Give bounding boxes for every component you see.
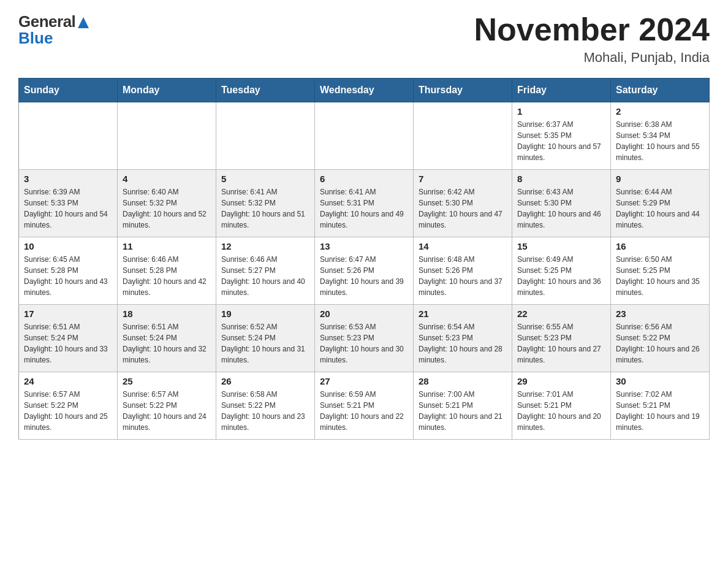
day-number: 26 xyxy=(221,376,309,386)
day-number: 15 xyxy=(517,241,605,251)
day-number: 16 xyxy=(616,241,704,251)
calendar: Sunday Monday Tuesday Wednesday Thursday… xyxy=(18,78,710,440)
calendar-cell: 6Sunrise: 6:41 AMSunset: 5:31 PMDaylight… xyxy=(315,170,414,237)
day-info: Sunrise: 6:47 AMSunset: 5:26 PMDaylight:… xyxy=(320,254,408,298)
day-number: 1 xyxy=(517,106,605,117)
day-number: 29 xyxy=(517,376,605,386)
day-number: 27 xyxy=(320,376,408,386)
day-number: 10 xyxy=(24,241,112,251)
day-number: 12 xyxy=(221,241,309,251)
calendar-cell: 18Sunrise: 6:51 AMSunset: 5:24 PMDayligh… xyxy=(118,305,216,372)
day-number: 9 xyxy=(616,174,704,184)
calendar-cell: 9Sunrise: 6:44 AMSunset: 5:29 PMDaylight… xyxy=(611,170,710,237)
day-info: Sunrise: 6:51 AMSunset: 5:24 PMDaylight:… xyxy=(123,321,211,366)
day-info: Sunrise: 6:46 AMSunset: 5:27 PMDaylight:… xyxy=(221,254,309,298)
day-info: Sunrise: 6:54 AMSunset: 5:23 PMDaylight:… xyxy=(419,321,507,366)
day-number: 30 xyxy=(616,376,704,386)
day-info: Sunrise: 6:39 AMSunset: 5:33 PMDaylight:… xyxy=(24,186,112,231)
calendar-cell: 24Sunrise: 6:57 AMSunset: 5:22 PMDayligh… xyxy=(19,372,118,440)
day-info: Sunrise: 7:00 AMSunset: 5:21 PMDaylight:… xyxy=(419,389,507,433)
calendar-cell: 11Sunrise: 6:46 AMSunset: 5:28 PMDayligh… xyxy=(118,237,216,305)
day-info: Sunrise: 6:57 AMSunset: 5:22 PMDaylight:… xyxy=(123,389,211,433)
col-tuesday: Tuesday xyxy=(216,79,315,102)
calendar-cell: 22Sunrise: 6:55 AMSunset: 5:23 PMDayligh… xyxy=(512,305,611,372)
day-info: Sunrise: 6:50 AMSunset: 5:25 PMDaylight:… xyxy=(616,254,704,298)
day-info: Sunrise: 6:43 AMSunset: 5:30 PMDaylight:… xyxy=(517,186,605,231)
calendar-cell: 4Sunrise: 6:40 AMSunset: 5:32 PMDaylight… xyxy=(118,170,216,237)
day-number: 21 xyxy=(419,308,507,319)
calendar-cell xyxy=(216,102,315,170)
day-info: Sunrise: 6:41 AMSunset: 5:31 PMDaylight:… xyxy=(320,186,408,231)
calendar-week-row: 17Sunrise: 6:51 AMSunset: 5:24 PMDayligh… xyxy=(19,305,710,372)
col-thursday: Thursday xyxy=(414,79,512,102)
day-info: Sunrise: 6:45 AMSunset: 5:28 PMDaylight:… xyxy=(24,254,112,298)
calendar-week-row: 24Sunrise: 6:57 AMSunset: 5:22 PMDayligh… xyxy=(19,372,710,440)
day-info: Sunrise: 6:57 AMSunset: 5:22 PMDaylight:… xyxy=(24,389,112,433)
calendar-cell: 17Sunrise: 6:51 AMSunset: 5:24 PMDayligh… xyxy=(19,305,118,372)
calendar-cell: 12Sunrise: 6:46 AMSunset: 5:27 PMDayligh… xyxy=(216,237,315,305)
calendar-cell: 10Sunrise: 6:45 AMSunset: 5:28 PMDayligh… xyxy=(19,237,118,305)
day-info: Sunrise: 7:01 AMSunset: 5:21 PMDaylight:… xyxy=(517,389,605,433)
calendar-cell: 8Sunrise: 6:43 AMSunset: 5:30 PMDaylight… xyxy=(512,170,611,237)
calendar-cell: 7Sunrise: 6:42 AMSunset: 5:30 PMDaylight… xyxy=(414,170,512,237)
month-title: November 2024 xyxy=(474,12,710,47)
day-info: Sunrise: 7:02 AMSunset: 5:21 PMDaylight:… xyxy=(616,389,704,433)
calendar-cell: 16Sunrise: 6:50 AMSunset: 5:25 PMDayligh… xyxy=(611,237,710,305)
day-info: Sunrise: 6:56 AMSunset: 5:22 PMDaylight:… xyxy=(616,321,704,366)
location: Mohali, Punjab, India xyxy=(474,50,710,66)
calendar-week-row: 3Sunrise: 6:39 AMSunset: 5:33 PMDaylight… xyxy=(19,170,710,237)
svg-marker-0 xyxy=(78,17,89,28)
calendar-header-row: Sunday Monday Tuesday Wednesday Thursday… xyxy=(19,79,710,102)
day-number: 8 xyxy=(517,174,605,184)
day-number: 24 xyxy=(24,376,112,386)
day-number: 13 xyxy=(320,241,408,251)
col-monday: Monday xyxy=(118,79,216,102)
logo-blue: Blue xyxy=(18,29,53,48)
calendar-week-row: 10Sunrise: 6:45 AMSunset: 5:28 PMDayligh… xyxy=(19,237,710,305)
col-friday: Friday xyxy=(512,79,611,102)
day-number: 3 xyxy=(24,174,112,184)
day-info: Sunrise: 6:59 AMSunset: 5:21 PMDaylight:… xyxy=(320,389,408,433)
calendar-cell: 15Sunrise: 6:49 AMSunset: 5:25 PMDayligh… xyxy=(512,237,611,305)
calendar-cell: 1Sunrise: 6:37 AMSunset: 5:35 PMDaylight… xyxy=(512,102,611,170)
day-number: 5 xyxy=(221,174,309,184)
calendar-cell: 27Sunrise: 6:59 AMSunset: 5:21 PMDayligh… xyxy=(315,372,414,440)
day-number: 22 xyxy=(517,308,605,319)
day-number: 6 xyxy=(320,174,408,184)
calendar-cell: 21Sunrise: 6:54 AMSunset: 5:23 PMDayligh… xyxy=(414,305,512,372)
calendar-cell: 26Sunrise: 6:58 AMSunset: 5:22 PMDayligh… xyxy=(216,372,315,440)
day-info: Sunrise: 6:49 AMSunset: 5:25 PMDaylight:… xyxy=(517,254,605,298)
calendar-week-row: 1Sunrise: 6:37 AMSunset: 5:35 PMDaylight… xyxy=(19,102,710,170)
page-header: General Blue November 2024 Mohali, Punja… xyxy=(18,12,710,66)
calendar-cell: 28Sunrise: 7:00 AMSunset: 5:21 PMDayligh… xyxy=(414,372,512,440)
day-number: 23 xyxy=(616,308,704,319)
day-info: Sunrise: 6:46 AMSunset: 5:28 PMDaylight:… xyxy=(123,254,211,298)
day-number: 7 xyxy=(419,174,507,184)
day-info: Sunrise: 6:55 AMSunset: 5:23 PMDaylight:… xyxy=(517,321,605,366)
calendar-cell: 3Sunrise: 6:39 AMSunset: 5:33 PMDaylight… xyxy=(19,170,118,237)
calendar-cell: 23Sunrise: 6:56 AMSunset: 5:22 PMDayligh… xyxy=(611,305,710,372)
day-number: 28 xyxy=(419,376,507,386)
day-info: Sunrise: 6:38 AMSunset: 5:34 PMDaylight:… xyxy=(616,119,704,163)
calendar-cell: 14Sunrise: 6:48 AMSunset: 5:26 PMDayligh… xyxy=(414,237,512,305)
calendar-cell xyxy=(19,102,118,170)
calendar-cell: 25Sunrise: 6:57 AMSunset: 5:22 PMDayligh… xyxy=(118,372,216,440)
day-number: 20 xyxy=(320,308,408,319)
day-number: 19 xyxy=(221,308,309,319)
day-info: Sunrise: 6:52 AMSunset: 5:24 PMDaylight:… xyxy=(221,321,309,366)
day-info: Sunrise: 6:48 AMSunset: 5:26 PMDaylight:… xyxy=(419,254,507,298)
calendar-cell: 2Sunrise: 6:38 AMSunset: 5:34 PMDaylight… xyxy=(611,102,710,170)
day-number: 4 xyxy=(123,174,211,184)
col-saturday: Saturday xyxy=(611,79,710,102)
day-number: 25 xyxy=(123,376,211,386)
day-number: 18 xyxy=(123,308,211,319)
day-info: Sunrise: 6:53 AMSunset: 5:23 PMDaylight:… xyxy=(320,321,408,366)
day-info: Sunrise: 6:44 AMSunset: 5:29 PMDaylight:… xyxy=(616,186,704,231)
calendar-cell xyxy=(414,102,512,170)
calendar-cell: 29Sunrise: 7:01 AMSunset: 5:21 PMDayligh… xyxy=(512,372,611,440)
title-section: November 2024 Mohali, Punjab, India xyxy=(474,12,710,66)
day-number: 2 xyxy=(616,106,704,117)
calendar-cell xyxy=(118,102,216,170)
calendar-cell: 5Sunrise: 6:41 AMSunset: 5:32 PMDaylight… xyxy=(216,170,315,237)
day-info: Sunrise: 6:51 AMSunset: 5:24 PMDaylight:… xyxy=(24,321,112,366)
